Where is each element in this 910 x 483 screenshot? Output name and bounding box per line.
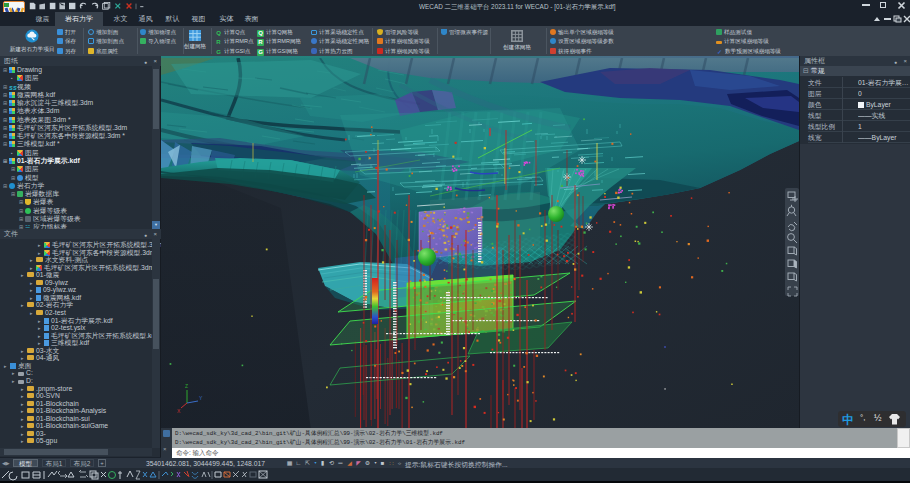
- svg-text:Z: Z: [185, 383, 188, 389]
